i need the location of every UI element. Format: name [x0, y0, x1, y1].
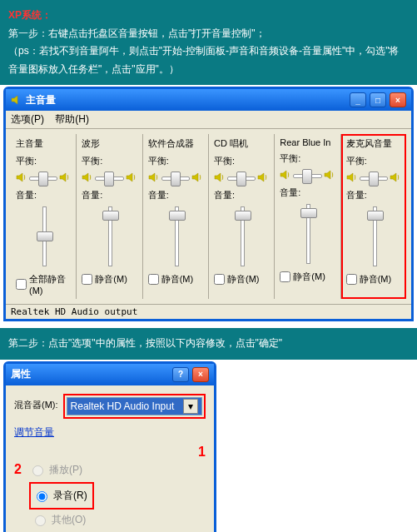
channel-name: 波形: [82, 137, 137, 150]
channel-0: 主音量平衡:音量:全部静音(M): [11, 134, 77, 299]
adjust-volume-link[interactable]: 调节音量: [14, 425, 54, 440]
balance-slider[interactable]: [95, 169, 123, 186]
menubar: 选项(P) 帮助(H): [6, 111, 411, 129]
channel-name: CD 唱机: [214, 137, 269, 150]
properties-window: 属性 ? × 混音器(M): Realtek HD Audio Input ▾ …: [3, 361, 216, 532]
balance-label: 平衡:: [82, 155, 137, 167]
radio-other: 其他(O): [31, 513, 206, 527]
balance-slider[interactable]: [293, 167, 321, 183]
mixer-channels: 主音量平衡:音量:全部静音(M)波形平衡:音量:静音(M)软件合成器平衡:音量:…: [11, 134, 406, 299]
channel-name: 主音量: [16, 137, 71, 150]
marker-1: 1: [198, 445, 206, 460]
volume-slider[interactable]: [166, 206, 186, 266]
channel-name: 麦克风音量: [346, 137, 401, 150]
step2-text: 第二步：点击"选项"中的属性，按照以下内容修改，点击"确定": [8, 337, 282, 349]
app-icon: [11, 95, 22, 105]
balance-label: 平衡:: [148, 155, 203, 167]
mixer-value: Realtek HD Audio Input: [71, 400, 175, 412]
mute-checkbox[interactable]: 静音(M): [214, 273, 269, 286]
volume-slider[interactable]: [297, 204, 317, 264]
channel-1: 波形平衡:音量:静音(M): [77, 134, 142, 299]
step1-text: 第一步：右键点击托盘区音量按钮，点击"打开音量控制"；: [8, 25, 409, 43]
volume-label: 音量:: [16, 189, 71, 201]
mute-checkbox[interactable]: 静音(M): [346, 273, 401, 286]
minimize-button[interactable]: _: [350, 92, 366, 107]
volume-label: 音量:: [346, 189, 401, 201]
chevron-down-icon[interactable]: ▾: [183, 399, 198, 414]
volume-slider[interactable]: [231, 206, 251, 266]
mute-checkbox[interactable]: 静音(M): [280, 271, 335, 283]
channel-2: 软件合成器平衡:音量:静音(M): [143, 134, 209, 299]
volume-label: 音量:: [214, 189, 269, 201]
help-button[interactable]: ?: [172, 367, 189, 382]
marker-2: 2: [14, 462, 22, 477]
titlebar[interactable]: 属性 ? ×: [6, 364, 214, 385]
channel-4: Rear Blue In平衡:音量:静音(M): [275, 134, 340, 299]
balance-slider[interactable]: [161, 169, 190, 186]
close-button[interactable]: ×: [390, 92, 406, 107]
volume-slider[interactable]: [99, 206, 119, 266]
balance-slider[interactable]: [227, 169, 256, 186]
maximize-button[interactable]: □: [370, 92, 386, 107]
volume-label: 音量:: [280, 186, 335, 199]
volume-label: 音量:: [148, 189, 203, 201]
balance-slider[interactable]: [29, 169, 57, 186]
balance-label: 平衡:: [346, 155, 401, 167]
volume-label: 音量:: [82, 189, 137, 201]
status-bar: Realtek HD Audio output: [6, 304, 411, 319]
mixer-dropdown[interactable]: Realtek HD Audio Input ▾: [67, 397, 202, 415]
balance-label: 平衡:: [280, 152, 335, 165]
close-button[interactable]: ×: [192, 367, 209, 382]
mute-checkbox[interactable]: 静音(M): [148, 273, 203, 286]
menu-options[interactable]: 选项(P): [11, 113, 44, 125]
channel-3: CD 唱机平衡:音量:静音(M): [209, 134, 275, 299]
mute-all-checkbox[interactable]: 全部静音(M): [16, 273, 71, 296]
system-label: XP系统：: [8, 7, 409, 25]
record-radio-highlight: 录音(R): [29, 482, 94, 510]
window-title: 属性: [11, 367, 31, 381]
instruction-block-2: 第二步：点击"选项"中的属性，按照以下内容修改，点击"确定": [0, 328, 417, 360]
menu-help[interactable]: 帮助(H): [55, 113, 89, 125]
volume-slider[interactable]: [33, 206, 53, 266]
balance-label: 平衡:: [16, 155, 71, 167]
channel-name: Rear Blue In: [280, 137, 335, 147]
balance-slider[interactable]: [360, 169, 388, 186]
channel-name: 软件合成器: [148, 137, 203, 150]
balance-label: 平衡:: [214, 155, 269, 167]
volume-mixer-window: 主音量 _ □ × 选项(P) 帮助(H) 主音量平衡:音量:全部静音(M)波形…: [3, 87, 414, 321]
volume-slider[interactable]: [364, 206, 384, 266]
instruction-block-1: XP系统： 第一步：右键点击托盘区音量按钮，点击"打开音量控制"； （ps：若找…: [0, 0, 417, 85]
channel-5: 麦克风音量平衡:音量:静音(M): [341, 134, 406, 299]
window-title: 主音量: [26, 93, 56, 107]
mixer-label: 混音器(M):: [14, 399, 58, 411]
radio-record[interactable]: 录音(R): [32, 489, 91, 503]
ps-text: （ps：若找不到音量阿牛，则点击"开始-控制面板-声音和音频设备-音量属性"中，…: [8, 42, 409, 78]
titlebar[interactable]: 主音量 _ □ ×: [6, 89, 411, 111]
mixer-dropdown-highlight: Realtek HD Audio Input ▾: [63, 394, 206, 419]
mute-checkbox[interactable]: 静音(M): [82, 273, 137, 286]
radio-play: 播放(P): [28, 463, 82, 477]
